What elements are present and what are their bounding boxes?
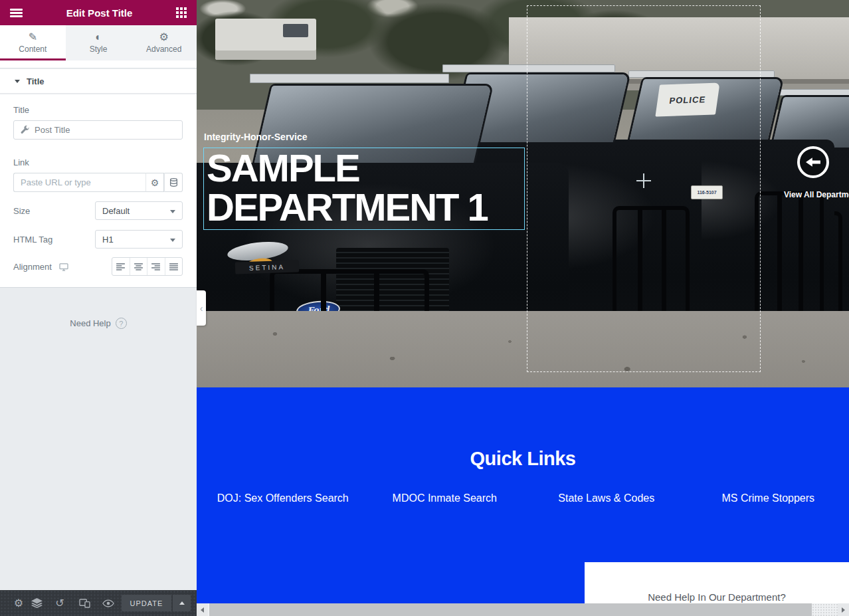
quick-links-row: DOJ: Sex Offenders Search MDOC Inmate Se… (202, 492, 849, 504)
section-title-label: Title (27, 76, 45, 86)
tab-advanced[interactable]: ⚙ Advanced (131, 25, 197, 60)
back-arrow-circle-icon[interactable] (797, 146, 829, 178)
hero-tagline[interactable]: Integrity-Honor-Service (204, 132, 308, 142)
need-help-label: Need Help (70, 318, 110, 328)
chevron-up-icon (179, 601, 185, 605)
empty-column-dropzone[interactable] (527, 5, 761, 372)
controls-area: Title Post Title Link ⚙ Size Default HTM… (0, 94, 197, 288)
size-select-value: Default (102, 206, 130, 216)
responsive-mode-icon[interactable] (74, 590, 95, 616)
align-center-button[interactable] (130, 258, 147, 275)
gear-icon: ⚙ (159, 32, 169, 43)
panel-header: Edit Post Title (0, 0, 197, 25)
section-title-toggle[interactable]: Title (0, 69, 197, 94)
tab-advanced-label: Advanced (146, 45, 181, 54)
panel-footer: ⚙ ↺ UPDATE (0, 590, 197, 616)
tab-style-label: Style (90, 45, 108, 54)
quick-link[interactable]: MDOC Inmate Search (364, 492, 526, 504)
title-field-label: Title (13, 105, 29, 115)
quick-links-title[interactable]: Quick Links (197, 448, 849, 470)
widgets-grid-icon[interactable] (176, 7, 187, 18)
quick-link[interactable]: DOJ: Sex Offenders Search (202, 492, 364, 504)
scrollbar-thumb[interactable] (209, 603, 812, 616)
setina-grille-label: SETINA (235, 260, 300, 274)
chevron-down-icon (15, 80, 20, 83)
link-field-label: Link (13, 157, 29, 167)
panel-tabs: ✎ Content ◐ Style ⚙ Advanced (0, 25, 197, 60)
quick-link[interactable]: MS Crime Stoppers (688, 492, 849, 504)
heading-selection-box[interactable]: SAMPLE DEPARTMENT 1 (203, 148, 525, 230)
scroll-right-button[interactable] (838, 603, 849, 616)
post-title-heading[interactable]: SAMPLE DEPARTMENT 1 (207, 148, 523, 227)
tab-content[interactable]: ✎ Content (0, 25, 66, 60)
preview-eye-icon[interactable] (98, 590, 119, 616)
scrollbar-track[interactable] (812, 603, 838, 616)
department-help-text: Need Help In Our Department? (585, 591, 849, 603)
update-button[interactable]: UPDATE (122, 595, 171, 611)
quick-links-section: Quick Links DOJ: Sex Offenders Search MD… (197, 387, 849, 603)
quick-link[interactable]: State Laws & Codes (525, 492, 688, 504)
align-left-button[interactable] (112, 258, 130, 275)
contrast-icon: ◐ (95, 32, 102, 43)
dynamic-tags-button[interactable] (164, 173, 183, 192)
need-help-link[interactable]: Need Help ? (0, 318, 197, 329)
triangle-right-icon (842, 607, 845, 613)
utility-truck-shape (215, 19, 316, 60)
update-options-button[interactable] (173, 595, 191, 611)
triangle-left-icon (201, 607, 204, 613)
wrench-icon (21, 126, 29, 134)
align-right-button[interactable] (147, 258, 165, 275)
tabs-divider (0, 60, 197, 68)
size-select[interactable]: Default (95, 201, 183, 220)
navigator-layers-icon[interactable] (26, 590, 47, 616)
history-icon[interactable]: ↺ (49, 590, 70, 616)
view-all-label: View All Departments (784, 190, 849, 199)
html-tag-label: HTML Tag (13, 235, 52, 245)
panel-title: Edit Post Title (23, 7, 176, 19)
view-all-departments-link[interactable]: View All Departments (784, 146, 849, 199)
gear-icon: ⚙ (151, 177, 159, 188)
tab-style[interactable]: ◐ Style (66, 25, 132, 60)
title-input-value: Post Title (35, 125, 70, 135)
question-circle-icon: ? (116, 318, 127, 329)
pencil-icon: ✎ (29, 32, 37, 43)
alignment-group (112, 257, 183, 276)
alignment-label: Alignment (13, 262, 68, 272)
link-input[interactable] (13, 173, 145, 192)
panel-collapse-handle[interactable]: ‹ (197, 290, 206, 326)
menu-icon[interactable] (10, 9, 23, 17)
html-tag-select[interactable]: H1 (95, 230, 183, 249)
database-icon (169, 178, 178, 187)
align-justify-button[interactable] (165, 258, 183, 275)
link-row: ⚙ (13, 173, 183, 192)
horizontal-scrollbar[interactable] (197, 603, 849, 616)
department-help-box: Need Help In Our Department? (585, 562, 849, 603)
arrow-left-icon (806, 157, 820, 167)
elementor-editor: Edit Post Title ✎ Content ◐ Style ⚙ Adva… (0, 0, 849, 616)
scroll-left-button[interactable] (197, 603, 208, 616)
elementor-panel: Edit Post Title ✎ Content ◐ Style ⚙ Adva… (0, 0, 197, 616)
hero-section: Ford SETINA POLICE 116-5107 Integrity-Ho… (197, 0, 849, 387)
html-tag-select-value: H1 (102, 235, 114, 245)
size-label: Size (13, 206, 30, 216)
title-input[interactable]: Post Title (13, 120, 183, 140)
desktop-icon[interactable] (59, 263, 68, 271)
tab-content-label: Content (19, 45, 47, 54)
add-widget-cursor-icon (636, 173, 651, 188)
link-options-button[interactable]: ⚙ (145, 173, 164, 192)
